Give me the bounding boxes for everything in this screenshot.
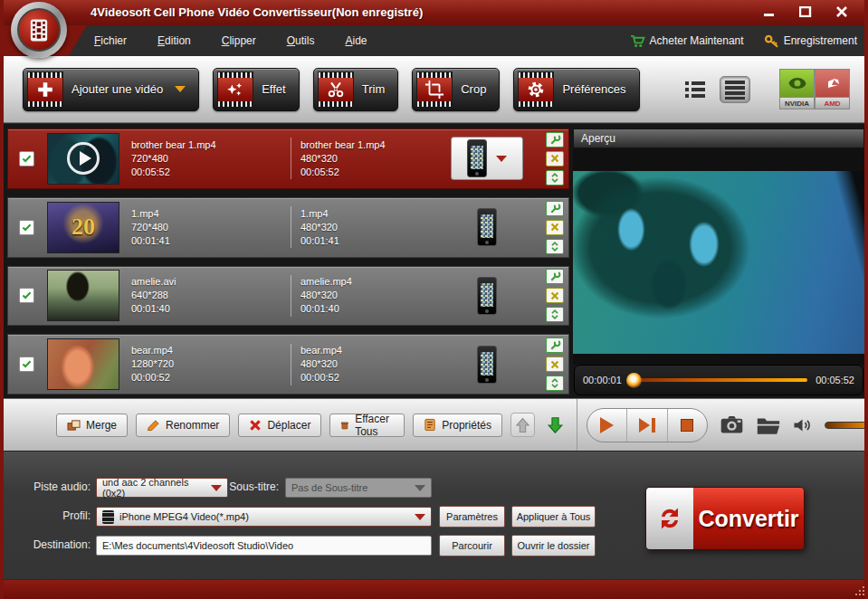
row-1-move-updown-icon[interactable] — [546, 170, 564, 185]
effect-button[interactable]: Effet — [213, 68, 300, 111]
play-button[interactable] — [587, 409, 626, 442]
list-view-large-button[interactable] — [720, 76, 750, 103]
move-button[interactable]: Déplacer — [238, 414, 321, 437]
row-2-move-updown-icon[interactable] — [546, 239, 564, 254]
row-3-move-updown-icon[interactable] — [546, 307, 564, 322]
profile-dropdown[interactable]: iPhone MPEG4 Video(*.mp4) — [96, 507, 432, 527]
open-folder-button[interactable]: Ouvrir le dossier — [511, 535, 596, 556]
iphone-icon — [477, 346, 497, 384]
window-title: 4Videosoft Cell Phone Vidéo Convertisseu… — [91, 5, 423, 19]
subtitle-label: Sous-titre: — [214, 480, 279, 493]
document-icon — [424, 418, 436, 432]
menu-fichier[interactable]: Fichier — [94, 34, 127, 47]
profile-device-icon — [102, 510, 114, 524]
destination-input[interactable] — [96, 536, 432, 556]
iphone-icon — [477, 277, 497, 315]
move-down-button[interactable] — [543, 413, 568, 437]
row-1-delete-icon[interactable] — [546, 151, 564, 166]
row-1-output-info: brother bear 1.mp4 480*320 00:05:52 — [300, 138, 445, 179]
close-button[interactable] — [832, 5, 852, 19]
snapshot-camera-icon[interactable] — [720, 414, 744, 435]
menu-edition[interactable]: Edition — [157, 34, 191, 47]
key-icon — [764, 34, 779, 48]
clear-all-button[interactable]: Effacer Tous — [329, 414, 405, 437]
row-1-source-info: brother bear 1.mp4 720*480 00:05:52 — [131, 138, 291, 179]
app-logo-icon — [11, 2, 67, 58]
row-1-settings-icon[interactable] — [546, 132, 564, 147]
playback-controls — [587, 408, 708, 442]
row-1-checkbox[interactable] — [19, 151, 34, 166]
row-3-source-info: amelie.avi 640*288 00:01:40 — [131, 275, 291, 316]
row-3-checkbox[interactable] — [19, 288, 34, 303]
row-2-checkbox[interactable] — [19, 220, 34, 235]
effect-icon — [217, 71, 253, 108]
row-3-output-info: amelie.mp4 480*320 00:01:40 — [300, 275, 445, 316]
apply-all-button[interactable]: Appliquer à Tous — [511, 506, 596, 528]
main-area: brother bear 1.mp4 720*480 00:05:52 brot… — [4, 124, 864, 398]
rename-button[interactable]: Renommer — [136, 414, 230, 437]
video-row-2[interactable]: 20 1.mp4 720*480 00:01:41 1.mp4 480*320 … — [7, 197, 569, 258]
row-1-device-dropdown[interactable] — [451, 137, 523, 180]
nvidia-eye-icon — [787, 75, 807, 91]
convert-button[interactable]: Convertir — [645, 487, 805, 550]
volume-slider[interactable] — [825, 422, 868, 429]
play-overlay-icon[interactable] — [67, 142, 100, 175]
step-forward-button[interactable] — [626, 409, 666, 442]
preferences-button[interactable]: Préférences — [513, 68, 639, 111]
video-row-1[interactable]: brother bear 1.mp4 720*480 00:05:52 brot… — [7, 128, 569, 189]
row-4-settings-icon[interactable] — [546, 338, 564, 353]
menu-outils[interactable]: Outils — [287, 34, 315, 47]
profile-label: Profil: — [4, 509, 91, 522]
trim-button[interactable]: Trim — [313, 68, 399, 111]
video-row-3[interactable]: amelie.avi 640*288 00:01:40 amelie.mp4 4… — [7, 266, 569, 327]
row-4-delete-icon[interactable] — [546, 357, 564, 372]
action-strip: Merge Renommer Déplacer Effacer Tous — [4, 398, 864, 451]
row-3-thumbnail — [47, 270, 119, 321]
seek-knob[interactable] — [626, 373, 642, 388]
minimize-button[interactable] — [759, 5, 779, 19]
list-view-small-button[interactable] — [680, 76, 711, 103]
video-display — [573, 148, 864, 365]
parameters-button[interactable]: Paramètres — [439, 506, 505, 528]
open-folder-icon[interactable] — [756, 415, 781, 435]
add-video-button[interactable]: Ajouter une vidéo — [23, 68, 199, 111]
row-2-delete-icon[interactable] — [546, 220, 564, 235]
move-up-button[interactable] — [510, 413, 535, 437]
buy-now-link[interactable]: Acheter Maintenant — [630, 34, 744, 48]
menu-clipper[interactable]: Clipper — [222, 34, 256, 47]
row-3-delete-icon[interactable] — [546, 288, 564, 303]
add-video-dropdown-icon[interactable] — [175, 86, 186, 92]
merge-button[interactable]: Merge — [56, 414, 128, 437]
current-time: 00:00:01 — [583, 375, 622, 385]
video-frame — [573, 171, 864, 354]
row-4-checkbox[interactable] — [19, 357, 34, 372]
red-x-icon — [249, 419, 262, 432]
amd-arrow-icon — [825, 75, 841, 91]
video-row-4[interactable]: bear.mp4 1280*720 00:00:52 bear.mp4 480*… — [7, 334, 569, 395]
total-time: 00:05:52 — [816, 375, 854, 385]
maximize-button[interactable] — [796, 5, 816, 19]
preview-title: Aperçu — [573, 128, 864, 148]
register-link[interactable]: Enregistrement — [764, 34, 857, 48]
speaker-icon[interactable] — [793, 417, 813, 433]
seek-track[interactable] — [630, 378, 807, 382]
row-2-thumbnail: 20 — [47, 202, 119, 253]
row-3-settings-icon[interactable] — [546, 269, 564, 284]
properties-button[interactable]: Propriétés — [413, 414, 502, 437]
crop-button[interactable]: Crop — [412, 68, 500, 111]
stop-button[interactable] — [667, 409, 707, 442]
audio-track-dropdown[interactable]: und aac 2 channels (0x2) — [96, 478, 228, 498]
row-2-settings-icon[interactable] — [546, 201, 564, 216]
row-4-move-updown-icon[interactable] — [546, 376, 564, 391]
arrow-down-icon — [547, 416, 564, 434]
row-2-output-info: 1.mp4 480*320 00:01:41 — [300, 207, 445, 248]
merge-icon — [67, 419, 81, 432]
nvidia-badge[interactable]: NVIDIA — [779, 69, 815, 109]
subtitle-dropdown[interactable]: Pas de Sous-titre — [285, 478, 432, 498]
amd-badge[interactable]: AMD — [815, 69, 850, 109]
gpu-badges: NVIDIA AMD — [779, 69, 850, 109]
iphone-icon — [467, 139, 487, 177]
resize-grip[interactable] — [863, 594, 864, 595]
browse-button[interactable]: Parcourir — [439, 535, 505, 556]
menu-aide[interactable]: Aide — [345, 34, 367, 47]
